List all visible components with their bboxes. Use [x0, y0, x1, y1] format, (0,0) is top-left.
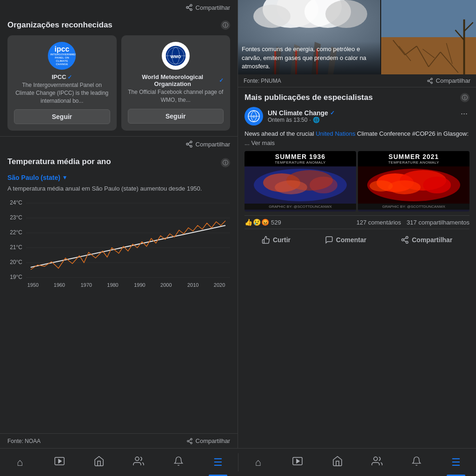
share-button-2[interactable]: Compartilhar: [185, 140, 230, 148]
map-2021-title-bar: SUMMER 2021 TEMPERATURE ANOMALY: [358, 151, 469, 166]
summer-2021-map[interactable]: SUMMER 2021 TEMPERATURE ANOMALY: [358, 151, 469, 212]
svg-point-46: [325, 0, 367, 28]
map-1936-subtitle: TEMPERATURE ANOMALY: [247, 160, 353, 165]
dry-land-image: [381, 0, 476, 74]
svg-point-63: [430, 78, 432, 80]
svg-point-83: [423, 177, 451, 193]
nav-bell-right[interactable]: [397, 449, 436, 476]
nav-video-right[interactable]: [278, 449, 317, 476]
temp-title: Temperatura média por ano: [7, 157, 111, 166]
like-button[interactable]: Curtir: [256, 233, 296, 247]
post-author: © UN Climate Change ✓ Ontem às 13:50 · 🌐: [245, 107, 335, 126]
nav-home-left[interactable]: ⌂: [0, 449, 40, 476]
ipcc-desc: The Intergovernmental Panel on Climate C…: [14, 81, 110, 105]
nav-menu-left[interactable]: ☰: [198, 449, 238, 476]
shares-count[interactable]: 317 compartilhamentos: [407, 219, 469, 226]
share-button-top[interactable]: Compartilhar: [185, 4, 230, 11]
svg-text:1960: 1960: [54, 282, 65, 288]
svg-line-40: [189, 439, 191, 440]
post-text-end: Climate Conference #COP26 in Glasgow:: [355, 130, 469, 137]
wmo-desc: The Official Facebook channel page of WM…: [128, 88, 224, 104]
experts-info-icon[interactable]: ⓘ: [460, 93, 469, 102]
comments-count[interactable]: 127 comentários: [357, 219, 401, 226]
comment-label: Comentar: [336, 236, 366, 244]
svg-point-11: [186, 143, 188, 145]
svg-rect-50: [381, 0, 476, 37]
svg-point-65: [430, 82, 432, 84]
svg-text:22°C: 22°C: [10, 229, 22, 236]
share-label-pnuma: Compartilhar: [436, 77, 470, 84]
svg-text:20°C: 20°C: [10, 259, 22, 265]
map-2021-subtitle: TEMPERATURE ANOMALY: [361, 160, 467, 165]
svg-text:1990: 1990: [134, 282, 145, 288]
nav-bell-left[interactable]: [159, 449, 198, 476]
angry-emoji: 😡: [261, 218, 269, 226]
author-avatar[interactable]: ©: [245, 107, 263, 126]
share-button-post[interactable]: Compartilhar: [395, 233, 458, 247]
location-button[interactable]: São Paulo (state) ▼: [7, 174, 230, 181]
menu-icon-right: ☰: [451, 456, 461, 469]
nav-groups-left[interactable]: [119, 449, 159, 476]
source-bar-noaa: Fonte: NOAA Compartilhar: [0, 433, 238, 448]
svg-text:©: ©: [252, 115, 255, 119]
nav-left-half: ⌂: [0, 449, 238, 476]
share-button-pnuma[interactable]: Compartilhar: [427, 77, 470, 84]
svg-text:1980: 1980: [107, 282, 118, 288]
post-text-start: News ahead of the crucial: [245, 130, 316, 137]
author-name-text: UN Climate Change: [268, 109, 328, 117]
reaction-emojis: 👍 😢 😡: [245, 218, 269, 226]
ipcc-follow-button[interactable]: Seguir: [14, 109, 110, 124]
left-panel: Compartilhar Organizações reconhecidas ⓘ…: [0, 0, 238, 448]
author-verified-badge: ✓: [330, 110, 335, 116]
svg-text:2010: 2010: [187, 282, 198, 288]
svg-line-4: [188, 6, 190, 7]
video-icon-left: [54, 456, 65, 469]
sad-emoji: 😢: [253, 218, 261, 226]
share-bar-2: Compartilhar: [0, 136, 238, 152]
temp-info-icon[interactable]: ⓘ: [221, 158, 230, 167]
nav-marketplace-right[interactable]: [317, 449, 357, 476]
post-time-row: Ontem às 13:50 · 🌐: [268, 117, 335, 123]
orgs-grid: ipcc INTERGOVERNMENTAL PANEL ON CLIMATE …: [7, 35, 230, 131]
nav-marketplace-left[interactable]: [79, 449, 119, 476]
share-label-2: Compartilhar: [196, 141, 230, 148]
svg-text:24°C: 24°C: [10, 199, 22, 206]
globe-icon: ·: [309, 117, 311, 123]
location-label: São Paulo (state): [7, 174, 60, 181]
post-link-un[interactable]: United Nations: [316, 130, 355, 137]
see-more-button[interactable]: ... Ver mais: [245, 139, 275, 146]
svg-text:WMO: WMO: [170, 54, 181, 59]
svg-point-84: [370, 180, 393, 192]
svg-line-14: [188, 143, 190, 144]
top-images: Fontes comuns de energia, como petróleo …: [238, 0, 476, 74]
svg-line-39: [189, 441, 191, 442]
svg-line-67: [429, 79, 431, 80]
post-time-text: Ontem às 13:50: [268, 117, 307, 123]
summer-1936-map[interactable]: SUMMER 1936 TEMPERATURE ANOMALY: [245, 151, 356, 212]
smoke-image-card[interactable]: Fontes comuns de energia, como petróleo …: [238, 0, 380, 74]
share-button-noaa[interactable]: Compartilhar: [186, 437, 230, 444]
orgs-info-icon[interactable]: ⓘ: [221, 20, 230, 30]
comment-button[interactable]: Comentar: [319, 233, 372, 247]
svg-line-13: [188, 145, 190, 146]
svg-point-93: [374, 457, 377, 461]
nav-video-left[interactable]: [40, 449, 79, 476]
experts-header: Mais publicações de especialistas ⓘ: [245, 93, 469, 102]
dry-land-card[interactable]: [381, 0, 476, 74]
reactions-left: 👍 😢 😡 529: [245, 218, 281, 226]
org-card-wmo: WMO World Meteorological Organization ✓ …: [121, 35, 231, 131]
svg-line-3: [188, 8, 190, 9]
nav-menu-right[interactable]: ☰: [436, 449, 476, 476]
nav-home-right[interactable]: ⌂: [238, 449, 278, 476]
svg-text:19°C: 19°C: [10, 274, 22, 280]
svg-point-12: [190, 145, 192, 147]
wmo-follow-button[interactable]: Seguir: [128, 109, 224, 124]
nav-groups-right[interactable]: [357, 449, 397, 476]
organizations-section: Organizações reconhecidas ⓘ ipcc INTERGO…: [0, 15, 238, 136]
author-name-row: UN Climate Change ✓: [268, 109, 335, 117]
more-options-button[interactable]: ···: [459, 107, 469, 120]
svg-point-38: [190, 442, 192, 444]
svg-line-89: [403, 238, 406, 239]
svg-point-0: [190, 4, 192, 6]
bell-icon-right: [411, 456, 422, 469]
